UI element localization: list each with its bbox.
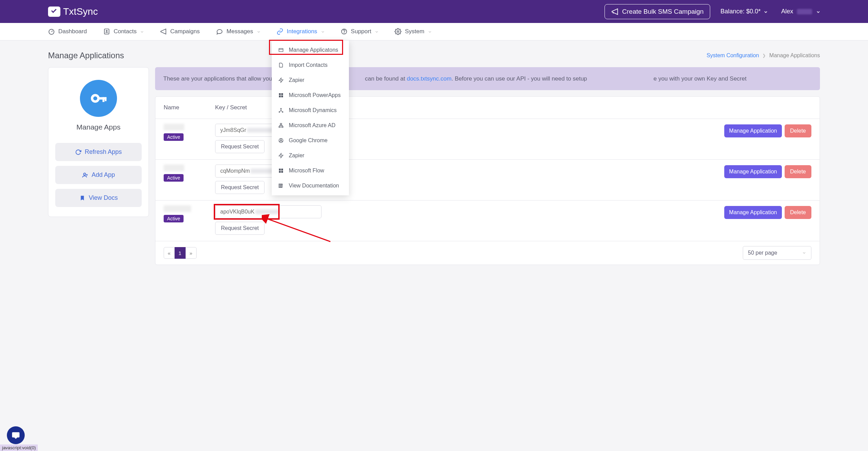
table-row: Active yJm8SqGr Request Secret Manage Ap… <box>155 119 820 160</box>
chevron-down-icon <box>140 30 143 33</box>
gauge-icon <box>48 28 55 35</box>
request-secret-button[interactable]: Request Secret <box>215 222 265 235</box>
sitemap-icon <box>278 122 284 129</box>
menu-ms-flow[interactable]: Microsoft Flow <box>272 163 349 178</box>
chevron-down-icon <box>257 30 260 33</box>
nav-contacts[interactable]: Contacts <box>103 23 143 40</box>
app-name-redacted <box>164 164 184 171</box>
menu-import-contacts[interactable]: Import Contacts <box>272 58 349 73</box>
chevron-down-icon <box>321 30 324 33</box>
per-page-select[interactable]: 50 per page <box>743 246 811 260</box>
nav-dashboard[interactable]: Dashboard <box>48 23 87 40</box>
breadcrumb-current: Manage Applications <box>769 52 820 59</box>
refresh-icon <box>75 149 81 155</box>
breadcrumb-separator-icon: ❯ <box>762 53 766 58</box>
balance-label: Balance: $0.0* <box>720 8 761 15</box>
request-secret-button[interactable]: Request Secret <box>215 140 265 153</box>
menu-ms-powerapps[interactable]: Microsoft PowerApps <box>272 88 349 103</box>
user-menu[interactable]: Alex <box>781 8 820 15</box>
svg-rect-6 <box>279 93 281 95</box>
chevron-down-icon <box>375 30 378 33</box>
menu-zapier-2[interactable]: Zapier <box>272 148 349 163</box>
nav-integrations[interactable]: Integrations Manage Applicatons Import C… <box>272 23 329 40</box>
svg-point-29 <box>344 33 344 33</box>
bulk-campaign-label: Create Bulk SMS Campaign <box>622 8 704 15</box>
windows-icon <box>278 92 284 98</box>
nav-support[interactable]: Support <box>341 23 378 40</box>
svg-rect-34 <box>105 97 107 101</box>
top-bar: TxtSync Create Bulk SMS Campaign Balance… <box>0 0 868 23</box>
menu-google-chrome[interactable]: Google Chrome <box>272 133 349 148</box>
manage-application-button[interactable]: Manage Application <box>724 165 782 178</box>
svg-rect-14 <box>279 126 280 127</box>
brand-logo[interactable]: TxtSync <box>48 6 98 17</box>
chrome-icon <box>278 137 284 144</box>
brand-name: TxtSync <box>63 6 98 17</box>
add-user-icon <box>82 172 88 178</box>
balance-dropdown[interactable]: Balance: $0.0* <box>720 8 767 15</box>
delete-button[interactable]: Delete <box>785 206 811 219</box>
contact-icon <box>103 28 110 35</box>
logo-icon <box>48 7 60 17</box>
menu-view-documentation[interactable]: View Documentation <box>272 178 349 193</box>
app-name-redacted <box>164 124 184 131</box>
svg-line-19 <box>279 141 280 142</box>
docs-link[interactable]: docs.txtsync.com <box>407 75 451 82</box>
manage-application-button[interactable]: Manage Application <box>724 124 782 137</box>
status-badge: Active <box>164 133 184 141</box>
svg-rect-23 <box>281 169 283 170</box>
status-badge: Active <box>164 215 184 222</box>
svg-marker-5 <box>279 78 283 82</box>
user-name: Alex <box>781 8 793 15</box>
pager-prev[interactable]: « <box>164 247 175 259</box>
svg-marker-21 <box>279 153 283 158</box>
svg-point-12 <box>282 111 283 112</box>
key-icon <box>80 80 117 117</box>
view-docs-button[interactable]: View Docs <box>55 189 142 207</box>
sms-icon <box>216 28 223 35</box>
manage-application-button[interactable]: Manage Application <box>724 206 782 219</box>
status-badge: Active <box>164 174 184 182</box>
library-icon <box>278 183 284 189</box>
svg-rect-3 <box>279 48 283 51</box>
nav-system[interactable]: System <box>395 23 431 40</box>
create-bulk-campaign-button[interactable]: Create Bulk SMS Campaign <box>605 4 710 19</box>
windows-icon <box>278 168 284 174</box>
table-row: Active apoVKlqB0uK Request Secret Manage… <box>155 200 820 241</box>
page-content: Manage Apps Refresh Apps Add App View Do… <box>0 67 868 279</box>
request-secret-button[interactable]: Request Secret <box>215 181 265 194</box>
nav-campaigns[interactable]: Campaigns <box>160 23 200 40</box>
sidebar-title: Manage Apps <box>55 123 142 131</box>
svg-rect-26 <box>279 184 280 188</box>
pager-next[interactable]: » <box>186 247 197 259</box>
delete-button[interactable]: Delete <box>785 124 811 137</box>
integrations-dropdown: Manage Applicatons Import Contacts Zapie… <box>272 40 349 195</box>
bolt-icon <box>278 77 284 83</box>
bolt-icon <box>278 153 284 159</box>
menu-zapier[interactable]: Zapier <box>272 73 349 88</box>
svg-rect-8 <box>279 96 281 97</box>
pager-page-1[interactable]: 1 <box>175 247 186 259</box>
svg-point-30 <box>397 31 399 33</box>
app-name-redacted <box>164 205 191 212</box>
megaphone-icon <box>611 8 619 15</box>
menu-ms-dynamics[interactable]: Microsoft Dynamics <box>272 103 349 118</box>
menu-ms-azure-ad[interactable]: Microsoft Azure AD <box>272 118 349 133</box>
refresh-apps-button[interactable]: Refresh Apps <box>55 143 142 161</box>
breadcrumb-system-config[interactable]: System Configuration <box>706 52 759 59</box>
chevron-down-icon <box>428 30 431 33</box>
table-header: Name Key / Secret <box>155 97 820 119</box>
add-app-button[interactable]: Add App <box>55 166 142 184</box>
svg-line-20 <box>281 141 283 142</box>
chevron-down-icon <box>816 10 820 14</box>
main-column: These are your applications that allow y… <box>155 67 820 265</box>
delete-button[interactable]: Delete <box>785 165 811 178</box>
svg-point-35 <box>83 173 85 175</box>
svg-point-31 <box>92 95 98 102</box>
api-key-field[interactable]: apoVKlqB0uK <box>215 205 321 218</box>
svg-rect-9 <box>281 96 283 97</box>
menu-manage-applications[interactable]: Manage Applicatons <box>272 42 349 58</box>
svg-rect-24 <box>279 171 281 173</box>
nodes-icon <box>278 107 284 113</box>
nav-messages[interactable]: Messages <box>216 23 260 40</box>
